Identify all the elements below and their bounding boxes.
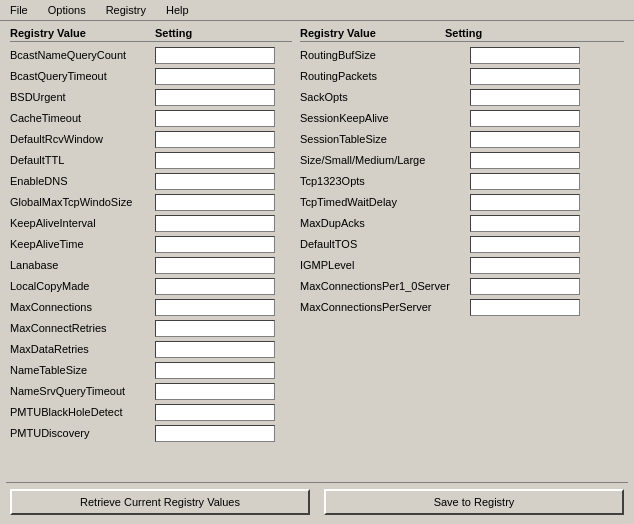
left-row-10: Lanabase bbox=[10, 256, 292, 274]
right-label-8: MaxDupAcks bbox=[300, 217, 470, 229]
left-row-2: BSDUrgent bbox=[10, 88, 292, 106]
right-input-6[interactable] bbox=[470, 173, 580, 190]
right-label-12: MaxConnectionsPerServer bbox=[300, 301, 470, 313]
right-label-11: MaxConnectionsPer1_0Server bbox=[300, 280, 470, 292]
left-input-12[interactable] bbox=[155, 299, 275, 316]
right-input-5[interactable] bbox=[470, 152, 580, 169]
right-row-7: TcpTimedWaitDelay bbox=[300, 193, 624, 211]
right-row-1: RoutingPackets bbox=[300, 67, 624, 85]
right-header-label: Registry Value bbox=[300, 27, 445, 39]
right-row-8: MaxDupAcks bbox=[300, 214, 624, 232]
left-row-3: CacheTimeout bbox=[10, 109, 292, 127]
left-input-5[interactable] bbox=[155, 152, 275, 169]
right-input-4[interactable] bbox=[470, 131, 580, 148]
left-label-13: MaxConnectRetries bbox=[10, 322, 155, 334]
right-label-2: SackOpts bbox=[300, 91, 470, 103]
left-label-17: PMTUBlackHoleDetect bbox=[10, 406, 155, 418]
right-input-10[interactable] bbox=[470, 257, 580, 274]
left-row-5: DefaultTTL bbox=[10, 151, 292, 169]
right-row-10: IGMPLevel bbox=[300, 256, 624, 274]
left-input-13[interactable] bbox=[155, 320, 275, 337]
left-row-4: DefaultRcvWindow bbox=[10, 130, 292, 148]
left-input-14[interactable] bbox=[155, 341, 275, 358]
left-label-12: MaxConnections bbox=[10, 301, 155, 313]
left-input-18[interactable] bbox=[155, 425, 275, 442]
left-label-0: BcastNameQueryCount bbox=[10, 49, 155, 61]
left-label-5: DefaultTTL bbox=[10, 154, 155, 166]
left-row-12: MaxConnections bbox=[10, 298, 292, 316]
menu-options[interactable]: Options bbox=[42, 2, 92, 18]
menu-registry[interactable]: Registry bbox=[100, 2, 152, 18]
right-input-1[interactable] bbox=[470, 68, 580, 85]
left-row-18: PMTUDiscovery bbox=[10, 424, 292, 442]
left-label-18: PMTUDiscovery bbox=[10, 427, 155, 439]
right-label-6: Tcp1323Opts bbox=[300, 175, 470, 187]
left-input-10[interactable] bbox=[155, 257, 275, 274]
right-label-5: Size/Small/Medium/Large bbox=[300, 154, 470, 166]
save-button[interactable]: Save to Registry bbox=[324, 489, 624, 515]
right-input-11[interactable] bbox=[470, 278, 580, 295]
left-label-3: CacheTimeout bbox=[10, 112, 155, 124]
left-label-9: KeepAliveTime bbox=[10, 238, 155, 250]
right-label-9: DefaultTOS bbox=[300, 238, 470, 250]
left-header-label: Registry Value bbox=[10, 27, 155, 39]
left-input-8[interactable] bbox=[155, 215, 275, 232]
right-input-7[interactable] bbox=[470, 194, 580, 211]
left-label-16: NameSrvQueryTimeout bbox=[10, 385, 155, 397]
left-label-6: EnableDNS bbox=[10, 175, 155, 187]
right-input-2[interactable] bbox=[470, 89, 580, 106]
right-input-0[interactable] bbox=[470, 47, 580, 64]
left-input-9[interactable] bbox=[155, 236, 275, 253]
left-row-9: KeepAliveTime bbox=[10, 235, 292, 253]
left-input-1[interactable] bbox=[155, 68, 275, 85]
right-row-9: DefaultTOS bbox=[300, 235, 624, 253]
left-label-2: BSDUrgent bbox=[10, 91, 155, 103]
left-input-15[interactable] bbox=[155, 362, 275, 379]
left-row-13: MaxConnectRetries bbox=[10, 319, 292, 337]
left-input-17[interactable] bbox=[155, 404, 275, 421]
menu-help[interactable]: Help bbox=[160, 2, 195, 18]
left-row-1: BcastQueryTimeout bbox=[10, 67, 292, 85]
left-input-11[interactable] bbox=[155, 278, 275, 295]
left-label-7: GlobalMaxTcpWindoSize bbox=[10, 196, 155, 208]
left-input-6[interactable] bbox=[155, 173, 275, 190]
left-row-11: LocalCopyMade bbox=[10, 277, 292, 295]
left-input-2[interactable] bbox=[155, 89, 275, 106]
right-label-4: SessionTableSize bbox=[300, 133, 470, 145]
left-row-6: EnableDNS bbox=[10, 172, 292, 190]
right-input-8[interactable] bbox=[470, 215, 580, 232]
menubar: File Options Registry Help bbox=[0, 0, 634, 21]
right-label-10: IGMPLevel bbox=[300, 259, 470, 271]
left-input-3[interactable] bbox=[155, 110, 275, 127]
left-row-7: GlobalMaxTcpWindoSize bbox=[10, 193, 292, 211]
right-label-7: TcpTimedWaitDelay bbox=[300, 196, 470, 208]
left-row-8: KeepAliveInterval bbox=[10, 214, 292, 232]
right-row-4: SessionTableSize bbox=[300, 130, 624, 148]
right-row-12: MaxConnectionsPerServer bbox=[300, 298, 624, 316]
left-input-0[interactable] bbox=[155, 47, 275, 64]
right-label-3: SessionKeepAlive bbox=[300, 112, 470, 124]
left-header-setting: Setting bbox=[155, 27, 292, 39]
left-input-16[interactable] bbox=[155, 383, 275, 400]
right-input-9[interactable] bbox=[470, 236, 580, 253]
left-input-7[interactable] bbox=[155, 194, 275, 211]
right-row-11: MaxConnectionsPer1_0Server bbox=[300, 277, 624, 295]
left-label-11: LocalCopyMade bbox=[10, 280, 155, 292]
retrieve-button[interactable]: Retrieve Current Registry Values bbox=[10, 489, 310, 515]
left-row-15: NameTableSize bbox=[10, 361, 292, 379]
left-label-4: DefaultRcvWindow bbox=[10, 133, 155, 145]
right-row-6: Tcp1323Opts bbox=[300, 172, 624, 190]
right-header-setting: Setting bbox=[445, 27, 624, 39]
right-label-1: RoutingPackets bbox=[300, 70, 470, 82]
left-row-0: BcastNameQueryCount bbox=[10, 46, 292, 64]
left-input-4[interactable] bbox=[155, 131, 275, 148]
left-label-8: KeepAliveInterval bbox=[10, 217, 155, 229]
left-label-15: NameTableSize bbox=[10, 364, 155, 376]
menu-file[interactable]: File bbox=[4, 2, 34, 18]
left-row-14: MaxDataRetries bbox=[10, 340, 292, 358]
right-label-0: RoutingBufSize bbox=[300, 49, 470, 61]
right-row-5: Size/Small/Medium/Large bbox=[300, 151, 624, 169]
right-input-3[interactable] bbox=[470, 110, 580, 127]
right-input-12[interactable] bbox=[470, 299, 580, 316]
left-row-16: NameSrvQueryTimeout bbox=[10, 382, 292, 400]
